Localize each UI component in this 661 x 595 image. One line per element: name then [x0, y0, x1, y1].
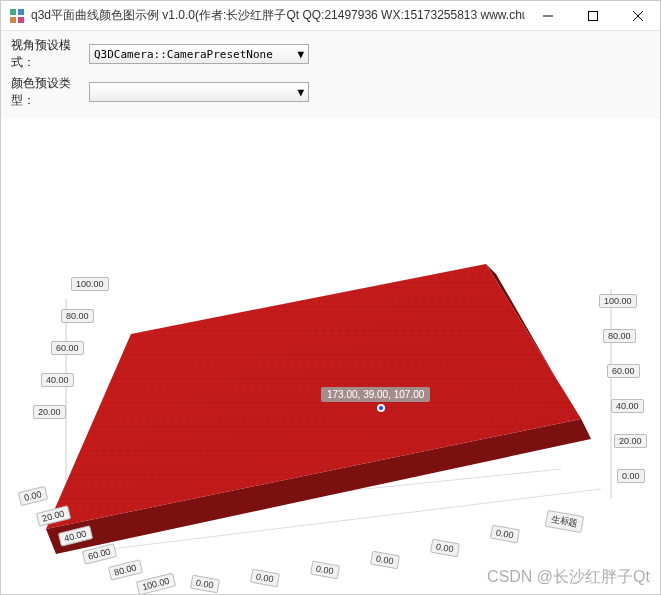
axis-tick: 100.00 [599, 294, 637, 308]
titlebar: q3d平面曲线颜色图示例 v1.0.0(作者:长沙红胖子Qt QQ:214979… [1, 1, 660, 31]
toolbar: 视角预设模式： Q3DCamera::CameraPresetNone ▼ 颜色… [1, 31, 660, 119]
app-icon [9, 8, 25, 24]
axis-tick: 80.00 [61, 309, 94, 323]
color-preset-label: 颜色预设类型： [11, 75, 89, 109]
svg-rect-1 [18, 9, 24, 15]
chevron-down-icon: ▼ [297, 86, 304, 99]
svg-rect-3 [18, 17, 24, 23]
window-controls [525, 1, 660, 31]
axis-tick: 0.00 [617, 469, 645, 483]
chevron-down-icon: ▼ [297, 48, 304, 61]
window-title: q3d平面曲线颜色图示例 v1.0.0(作者:长沙红胖子Qt QQ:214979… [31, 7, 525, 24]
selection-marker [377, 404, 385, 412]
axis-tick: 100.00 [71, 277, 109, 291]
axis-tick: 20.00 [614, 434, 647, 448]
camera-preset-label: 视角预设模式： [11, 37, 89, 71]
axis-tick: 20.00 [33, 405, 66, 419]
axis-tick: 40.00 [611, 399, 644, 413]
minimize-button[interactable] [525, 1, 570, 31]
data-tooltip: 173.00, 39.00, 107.00 [321, 387, 430, 402]
svg-rect-2 [10, 17, 16, 23]
axis-tick: 60.00 [51, 341, 84, 355]
camera-preset-combo[interactable]: Q3DCamera::CameraPresetNone ▼ [89, 44, 309, 64]
3d-viewport[interactable]: 100.00 80.00 60.00 40.00 20.00 100.00 80… [1, 119, 660, 595]
axis-tick: 60.00 [607, 364, 640, 378]
svg-rect-0 [10, 9, 16, 15]
axis-tick: 40.00 [41, 373, 74, 387]
svg-rect-5 [588, 11, 597, 20]
maximize-button[interactable] [570, 1, 615, 31]
close-button[interactable] [615, 1, 660, 31]
color-preset-combo[interactable]: ▼ [89, 82, 309, 102]
axis-tick: 80.00 [603, 329, 636, 343]
camera-preset-value: Q3DCamera::CameraPresetNone [94, 48, 273, 61]
